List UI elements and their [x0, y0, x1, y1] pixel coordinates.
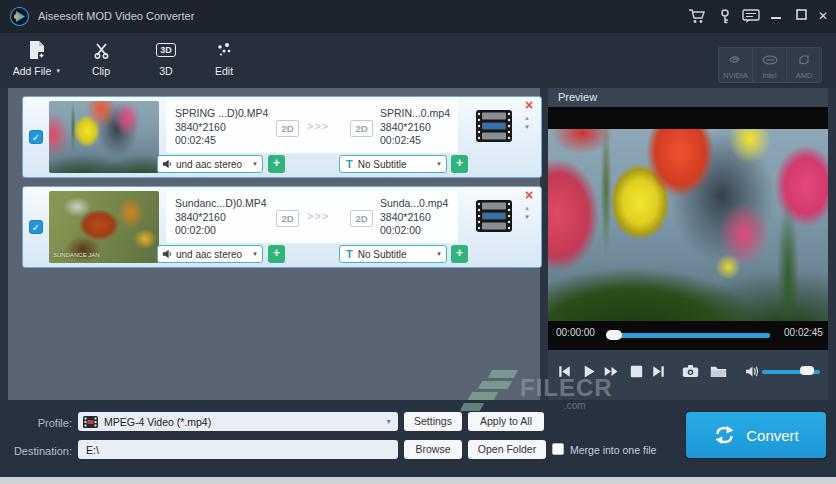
convert-button[interactable]: Convert	[686, 412, 826, 458]
add-file-button[interactable]: Add File▼	[6, 38, 68, 84]
row1-remove-button[interactable]: ×	[521, 98, 537, 112]
volume-handle[interactable]	[800, 366, 814, 375]
row1-subtitle-select[interactable]: T No Subtitle ▼	[339, 155, 447, 173]
row1-subtitle-caret-icon: ▼	[436, 161, 442, 167]
row2-move-up-button[interactable]: ▲	[524, 205, 530, 211]
row1-audio-track-value: und aac stereo	[176, 159, 242, 170]
titlebar: Aiseesoft MOD Video Converter ✕	[0, 0, 836, 33]
preview-title: Preview	[558, 91, 597, 103]
register-key-icon[interactable]	[716, 9, 734, 24]
row1-add-subtitle-button[interactable]: +	[451, 155, 468, 173]
row2-target-dim-badge: 2D	[350, 210, 373, 227]
destination-label: Destination:	[0, 445, 72, 457]
row2-subtitle-select[interactable]: T No Subtitle ▼	[339, 245, 447, 263]
intel-icon	[762, 55, 778, 65]
row2-remove-button[interactable]: ×	[521, 188, 537, 202]
row2-thumbnail: SUNDANCE JAN	[49, 191, 159, 263]
row1-checkbox[interactable]: ✓	[29, 130, 43, 144]
window-title: Aiseesoft MOD Video Converter	[38, 10, 194, 22]
row1-target-dim-badge: 2D	[350, 120, 373, 137]
next-frame-button[interactable]	[648, 362, 668, 380]
file-row-2[interactable]: ✓ SUNDANCE JAN Sundanc...D)0.MP4 3840*21…	[22, 186, 542, 268]
row1-convert-arrows-icon: >>>	[307, 120, 329, 132]
apply-to-all-button[interactable]: Apply to All	[468, 412, 544, 431]
destination-input[interactable]: E:\	[78, 440, 398, 459]
row2-audio-track-value: und aac stereo	[176, 249, 242, 260]
profile-format-icon	[83, 416, 98, 428]
browse-button[interactable]: Browse	[404, 440, 462, 459]
row2-source-duration: 00:02:00	[175, 224, 267, 238]
feedback-icon[interactable]	[742, 9, 760, 24]
three-d-button[interactable]: 3D 3D	[146, 38, 186, 84]
window-bottom-edge	[0, 477, 836, 484]
merge-label: Merge into one file	[570, 444, 656, 456]
three-d-label: 3D	[146, 65, 186, 77]
profile-caret-icon: ▼	[385, 418, 392, 425]
close-button[interactable]: ✕	[815, 8, 831, 24]
maximize-button[interactable]	[793, 8, 809, 24]
previous-frame-button[interactable]	[554, 362, 574, 380]
gpu-nvidia-button[interactable]: NVIDIA	[719, 48, 753, 82]
row2-source-resolution: 3840*2160	[175, 211, 267, 225]
row2-target-duration: 00:02:00	[380, 224, 448, 238]
row1-source-name: SPRING ...D)0.MP4	[175, 107, 268, 121]
row2-subtitle-value: No Subtitle	[358, 249, 407, 260]
subtitle-t-icon: T	[346, 158, 353, 170]
row1-move-up-button[interactable]: ▲	[524, 115, 530, 121]
edit-button[interactable]: Edit	[204, 38, 244, 84]
row1-subtitle-value: No Subtitle	[358, 159, 407, 170]
gpu-acceleration-group: NVIDIA Intel AMD	[718, 47, 822, 83]
row1-audio-track-select[interactable]: und aac stereo ▼	[157, 155, 263, 173]
row2-output-format-icon[interactable]	[475, 199, 513, 233]
row2-source-name: Sundanc...D)0.MP4	[175, 197, 267, 211]
row2-target-resolution: 3840*2160	[380, 211, 448, 225]
row1-add-audio-button[interactable]: +	[268, 155, 285, 173]
three-d-icon: 3D	[156, 43, 176, 57]
volume-icon[interactable]	[742, 362, 762, 380]
row2-source-dim-badge: 2D	[276, 210, 299, 227]
row2-convert-arrows-icon: >>>	[307, 210, 329, 222]
gpu-amd-button[interactable]: AMD	[787, 48, 821, 82]
row1-output-format-icon[interactable]	[475, 109, 513, 143]
stop-button[interactable]	[626, 362, 646, 380]
row1-target-duration: 00:02:45	[380, 134, 450, 148]
file-list-panel: ✓ SPRING ...D)0.MP4 3840*2160 00:02:45 2…	[8, 88, 540, 400]
file-row-1[interactable]: ✓ SPRING ...D)0.MP4 3840*2160 00:02:45 2…	[22, 96, 542, 178]
gpu-intel-button[interactable]: Intel	[753, 48, 787, 82]
row1-move-down-button[interactable]: ▼	[524, 124, 530, 130]
row2-add-audio-button[interactable]: +	[268, 245, 285, 263]
play-button[interactable]	[578, 362, 598, 380]
row2-target-name: Sunda...0.mp4	[380, 197, 448, 211]
row2-add-subtitle-button[interactable]: +	[451, 245, 468, 263]
profile-select[interactable]: MPEG-4 Video (*.mp4) ▼	[78, 412, 398, 431]
seek-bar[interactable]	[610, 333, 770, 338]
add-file-icon	[6, 38, 68, 62]
preview-header: Preview	[548, 88, 828, 107]
speaker-icon	[162, 249, 172, 259]
add-file-label: Add File	[13, 65, 52, 77]
snapshot-camera-button[interactable]	[680, 362, 700, 380]
nvidia-icon	[728, 55, 744, 65]
row2-audio-caret-icon: ▼	[252, 251, 258, 257]
total-time: 00:02:45	[784, 327, 823, 338]
row1-source-duration: 00:02:45	[175, 134, 268, 148]
minimize-button[interactable]	[768, 8, 784, 24]
open-snapshot-folder-button[interactable]	[708, 362, 728, 380]
seek-handle[interactable]	[606, 330, 622, 340]
settings-button[interactable]: Settings	[404, 412, 462, 431]
clip-label: Clip	[81, 65, 121, 77]
row1-source-resolution: 3840*2160	[175, 121, 268, 135]
open-folder-button[interactable]: Open Folder	[468, 440, 546, 459]
clip-button[interactable]: Clip	[81, 38, 121, 84]
merge-checkbox[interactable]	[552, 443, 564, 455]
destination-value: E:\	[86, 444, 99, 456]
fast-forward-button[interactable]	[601, 362, 621, 380]
row2-audio-track-select[interactable]: und aac stereo ▼	[157, 245, 263, 263]
row2-move-down-button[interactable]: ▼	[524, 214, 530, 220]
row2-checkbox[interactable]: ✓	[29, 220, 43, 234]
add-file-caret-icon[interactable]: ▼	[55, 68, 61, 74]
preview-video-frame	[548, 129, 828, 321]
cart-icon[interactable]	[688, 9, 706, 24]
row1-target-name: SPRIN...0.mp4	[380, 107, 450, 121]
row1-thumbnail	[49, 101, 159, 173]
